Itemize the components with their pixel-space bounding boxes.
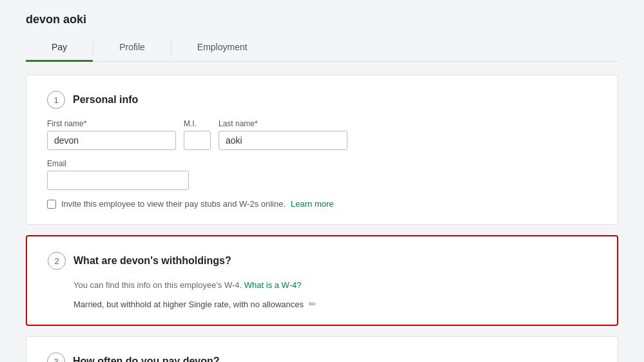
section-number-2: 2: [48, 252, 66, 270]
mi-group: M.I.: [184, 119, 211, 150]
name-row: First name* M.I. Last name*: [47, 119, 597, 150]
pay-schedule-card: 3 How often do you pay devon? Enter a fe…: [26, 336, 618, 362]
first-name-group: First name*: [47, 119, 176, 150]
withholding-text: Married, but withhold at higher Single r…: [73, 300, 304, 309]
personal-info-card: 1 Personal info First name* M.I. Last na…: [26, 75, 618, 225]
invite-checkbox-row: Invite this employee to view their pay s…: [47, 199, 597, 209]
last-name-input[interactable]: [219, 131, 347, 150]
learn-more-link[interactable]: Learn more: [291, 199, 333, 209]
mi-label: M.I.: [184, 119, 211, 128]
pay-schedule-header: 3 How often do you pay devon?: [47, 352, 597, 362]
pay-schedule-title: How often do you pay devon?: [73, 356, 220, 362]
tab-employment[interactable]: Employment: [171, 34, 273, 62]
personal-info-title: Personal info: [73, 94, 138, 106]
withholding-info-row: Married, but withhold at higher Single r…: [73, 299, 596, 309]
withholdings-header: 2 What are devon's withholdings?: [48, 252, 596, 270]
section-number-3: 3: [47, 352, 65, 362]
withholdings-title: What are devon's withholdings?: [73, 255, 231, 267]
tab-profile[interactable]: Profile: [93, 34, 171, 62]
last-name-group: Last name*: [219, 119, 347, 150]
personal-info-header: 1 Personal info: [47, 91, 597, 109]
invite-checkbox[interactable]: [47, 200, 56, 209]
email-row: Email: [47, 159, 597, 190]
email-input[interactable]: [47, 171, 189, 190]
first-name-input[interactable]: [47, 131, 176, 150]
section-number-1: 1: [47, 91, 65, 109]
email-group: Email: [47, 159, 189, 190]
email-label: Email: [47, 159, 189, 168]
first-name-label: First name*: [47, 119, 176, 128]
last-name-label: Last name*: [219, 119, 347, 128]
invite-label: Invite this employee to view their pay s…: [61, 199, 286, 209]
user-name: devon aoki: [26, 13, 618, 26]
w4-link[interactable]: What is a W-4?: [244, 280, 302, 290]
withholdings-description: You can find this info on this employee'…: [73, 280, 596, 290]
page-wrapper: devon aoki Pay Profile Employment 1 Pers…: [0, 0, 644, 362]
withholdings-card: 2 What are devon's withholdings? You can…: [26, 235, 618, 326]
mi-input[interactable]: [184, 131, 211, 150]
tabs-nav: Pay Profile Employment: [26, 34, 618, 62]
withholding-edit-icon[interactable]: ✏: [309, 299, 317, 309]
tab-pay[interactable]: Pay: [26, 34, 93, 62]
